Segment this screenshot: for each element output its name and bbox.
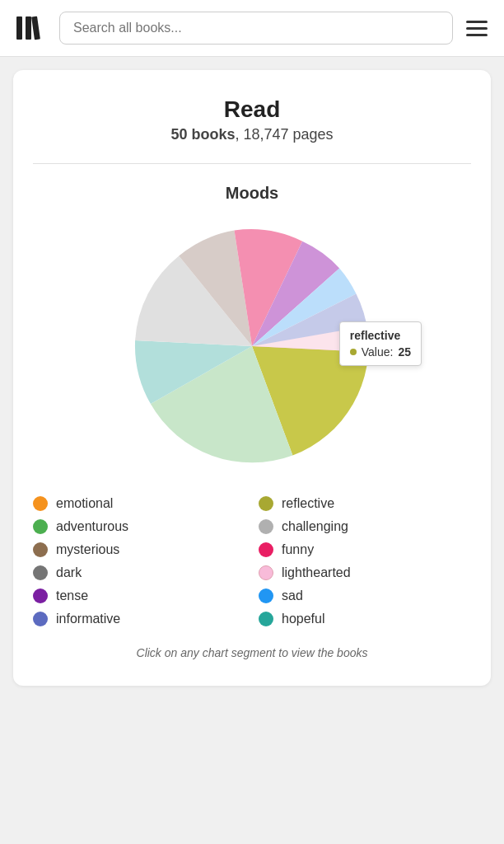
legend-dot-challenging [259, 519, 273, 534]
pie-chart-container[interactable]: reflective Value: 25 [33, 223, 471, 470]
legend-dot-hopeful [259, 612, 273, 626]
legend-item-sad[interactable]: sad [259, 588, 471, 603]
legend-label-emotional: emotional [56, 496, 113, 511]
legend-label-hopeful: hopeful [282, 612, 325, 626]
legend-dot-mysterious [33, 542, 48, 557]
legend-item-funny[interactable]: funny [259, 542, 471, 557]
legend-dot-sad [259, 588, 273, 603]
legend-item-reflective[interactable]: reflective [259, 496, 471, 511]
footer-note: Click on any chart segment to view the b… [33, 646, 471, 659]
legend: emotional reflective adventurous challen… [33, 496, 471, 626]
legend-dot-lighthearted [259, 565, 273, 580]
legend-label-reflective: reflective [282, 496, 334, 511]
moods-heading: Moods [33, 184, 471, 203]
stats-subtitle: 50 books, 18,747 pages [33, 126, 471, 143]
legend-dot-dark [33, 565, 48, 580]
legend-item-adventurous[interactable]: adventurous [33, 519, 245, 534]
legend-label-lighthearted: lighthearted [282, 565, 351, 580]
legend-item-hopeful[interactable]: hopeful [259, 612, 471, 626]
legend-dot-funny [259, 542, 273, 557]
legend-label-funny: funny [282, 542, 314, 557]
books-count: 50 books [170, 126, 235, 143]
legend-label-mysterious: mysterious [56, 542, 119, 557]
legend-label-tense: tense [56, 588, 88, 603]
legend-item-emotional[interactable]: emotional [33, 496, 245, 511]
legend-item-challenging[interactable]: challenging [259, 519, 471, 534]
svg-rect-1 [26, 16, 31, 40]
legend-label-dark: dark [56, 565, 82, 580]
legend-item-dark[interactable]: dark [33, 565, 245, 580]
legend-item-tense[interactable]: tense [33, 588, 245, 603]
legend-label-adventurous: adventurous [56, 519, 128, 534]
legend-dot-reflective [259, 496, 273, 511]
legend-label-challenging: challenging [282, 519, 348, 534]
page-title: Read [33, 96, 471, 123]
pages-count: 18,747 pages [243, 126, 333, 143]
legend-dot-tense [33, 588, 48, 603]
legend-dot-informative [33, 612, 48, 626]
legend-label-informative: informative [56, 612, 120, 626]
legend-dot-emotional [33, 496, 48, 511]
legend-dot-adventurous [33, 519, 48, 534]
legend-item-informative[interactable]: informative [33, 612, 245, 626]
legend-item-mysterious[interactable]: mysterious [33, 542, 245, 557]
app-logo[interactable] [13, 10, 49, 46]
stats-card: Read 50 books, 18,747 pages Moods [13, 70, 491, 686]
search-input[interactable] [59, 12, 453, 45]
legend-label-sad: sad [282, 588, 303, 603]
menu-button[interactable] [463, 17, 491, 40]
separator: , [235, 126, 243, 143]
pie-chart[interactable] [128, 223, 376, 470]
svg-rect-2 [31, 16, 40, 40]
svg-rect-0 [16, 16, 22, 40]
tooltip-value-number: 25 [398, 345, 411, 359]
legend-item-lighthearted[interactable]: lighthearted [259, 565, 471, 580]
divider [33, 163, 471, 164]
